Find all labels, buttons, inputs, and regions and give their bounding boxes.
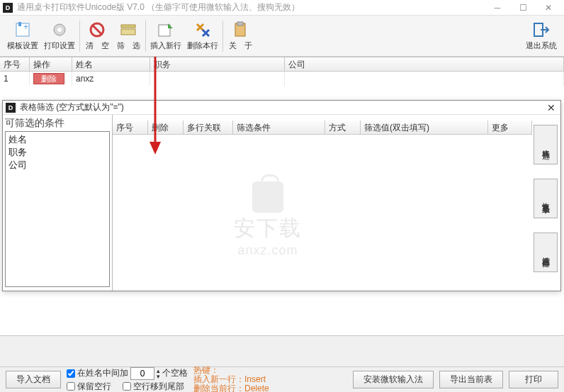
clear-icon	[88, 21, 106, 39]
install-ime-button[interactable]: 安装微软输入法	[353, 371, 434, 388]
filter-conditions-panel: 可筛选的条件 姓名 职务 公司	[3, 115, 113, 291]
filter-field-item[interactable]: 职务	[9, 146, 106, 159]
col-seq[interactable]: 序号	[0, 57, 30, 71]
svg-point-4	[57, 28, 62, 32]
fcol-del[interactable]: 删除	[148, 121, 184, 134]
insert-row-icon	[157, 21, 175, 39]
bottom-blank-area	[0, 335, 564, 366]
dialog-logo-icon: D	[6, 103, 16, 113]
filter-grid-header: 序号 删除 多行关联 筛选条件 方式 筛选值(双击填写) 更多	[113, 121, 532, 135]
clear-button[interactable]: 清 空	[81, 18, 113, 55]
svg-rect-8	[121, 29, 135, 35]
svg-rect-1	[18, 22, 21, 26]
filter-dialog-titlebar: D 表格筛选 (空方式默认为"=") ✕	[3, 101, 560, 115]
col-title[interactable]: 职务	[150, 57, 285, 71]
print-button[interactable]: 打印	[509, 371, 558, 388]
insert-row-button[interactable]: 插入新行	[147, 18, 184, 55]
apply-filter-button[interactable]: 表格筛选	[534, 125, 558, 164]
filter-field-item[interactable]: 姓名	[9, 133, 106, 146]
print-settings-button[interactable]: 打印设置	[41, 18, 78, 55]
clipboard-icon	[231, 21, 249, 39]
cell-seq: 1	[0, 72, 30, 86]
minimize-button[interactable]: ─	[485, 0, 510, 15]
col-company[interactable]: 公司	[285, 57, 564, 71]
blank-tail-checkbox[interactable]	[123, 382, 131, 391]
clear-filter-button[interactable]: 清空筛选条件	[534, 233, 558, 272]
cell-name[interactable]: anxz	[72, 72, 150, 86]
filter-button[interactable]: 筛 选	[113, 18, 144, 55]
export-table-button[interactable]: 导出当前表	[439, 371, 503, 388]
insert-mid-checkbox[interactable]	[67, 369, 75, 378]
spinner-arrows-icon[interactable]: ▴▾	[157, 368, 160, 379]
keep-blank-checkbox[interactable]	[67, 382, 75, 391]
filter-icon	[119, 21, 137, 39]
svg-rect-7	[121, 25, 135, 28]
filter-actions-panel: 表格筛选 恢复表格显示 清空筛选条件	[532, 115, 560, 291]
toolbar-separator	[222, 21, 223, 52]
exit-button[interactable]: 退出系统	[523, 18, 560, 55]
cell-title[interactable]	[150, 72, 285, 86]
footer-bar: 导入文档 在姓名中间加 ▴▾ 个空格 保留空行 空行移到尾部 热键： 插入新一行…	[0, 366, 564, 392]
hotkey-hint: 热键： 插入新一行：Insert 删除当前行：Delete	[193, 366, 269, 392]
delete-row-button[interactable]: 删除本行	[184, 18, 221, 55]
insert-mid-checkbox-row[interactable]: 在姓名中间加 ▴▾ 个空格	[67, 367, 188, 380]
restore-table-button[interactable]: 恢复表格显示	[534, 179, 558, 218]
close-button[interactable]: ✕	[536, 0, 561, 15]
svg-text:+: +	[23, 22, 28, 32]
import-doc-button[interactable]: 导入文档	[6, 371, 61, 388]
keep-blank-checkbox-row[interactable]: 保留空行 空行移到尾部	[67, 381, 188, 393]
app-logo-icon: D	[3, 3, 13, 13]
filter-dialog-title: 表格筛选 (空方式默认为"=")	[20, 101, 545, 113]
fcol-value[interactable]: 筛选值(双击填写)	[361, 121, 488, 134]
row-delete-button[interactable]: 删除	[33, 73, 64, 84]
filter-field-item[interactable]: 公司	[9, 159, 106, 172]
fcol-seq[interactable]: 序号	[113, 121, 148, 134]
cell-op: 删除	[30, 72, 72, 86]
filter-grid-panel: 序号 删除 多行关联 筛选条件 方式 筛选值(双击填写) 更多	[113, 115, 532, 291]
fcol-mode[interactable]: 方式	[325, 121, 361, 134]
table-row[interactable]: 1 删除 anxz	[0, 72, 564, 86]
fcol-cond[interactable]: 筛选条件	[233, 121, 325, 134]
filter-conditions-caption: 可筛选的条件	[5, 117, 110, 130]
col-op[interactable]: 操作	[30, 57, 72, 71]
window-title: 通用桌卡打印软件Unicode版 V7.0 （生僻字可使用微软输入法、搜狗无效）	[17, 1, 485, 13]
fcol-multi[interactable]: 多行关联	[184, 121, 233, 134]
toolbar-separator	[145, 21, 146, 52]
svg-line-6	[93, 26, 101, 34]
main-titlebar: D 通用桌卡打印软件Unicode版 V7.0 （生僻字可使用微软输入法、搜狗无…	[0, 0, 564, 16]
toolbar-separator	[79, 21, 80, 52]
svg-rect-11	[237, 22, 243, 26]
filter-dialog: D 表格筛选 (空方式默认为"=") ✕ 可筛选的条件 姓名 职务 公司 序号 …	[2, 100, 561, 291]
fcol-more[interactable]: 更多	[488, 121, 532, 134]
main-data-table: 序号 操作 姓名 职务 公司 1 删除 anxz	[0, 57, 564, 86]
gear-icon	[50, 21, 69, 39]
template-icon: +	[13, 21, 32, 39]
cell-company[interactable]	[285, 72, 564, 86]
template-settings-button[interactable]: + 模板设置	[4, 18, 41, 55]
maximize-button[interactable]: ☐	[510, 0, 536, 15]
delete-row-icon	[193, 21, 212, 39]
about-button[interactable]: 关 于	[225, 18, 256, 55]
main-toolbar: + 模板设置 打印设置 清 空 筛 选 插入新行 删除本行 关 于 退出系统	[0, 16, 564, 57]
spaces-spinner[interactable]	[130, 367, 154, 380]
dialog-close-button[interactable]: ✕	[545, 102, 558, 113]
filter-conditions-listbox[interactable]: 姓名 职务 公司	[5, 131, 110, 287]
col-name[interactable]: 姓名	[72, 57, 150, 71]
table-header-row: 序号 操作 姓名 职务 公司	[0, 57, 564, 72]
exit-icon	[532, 21, 551, 39]
